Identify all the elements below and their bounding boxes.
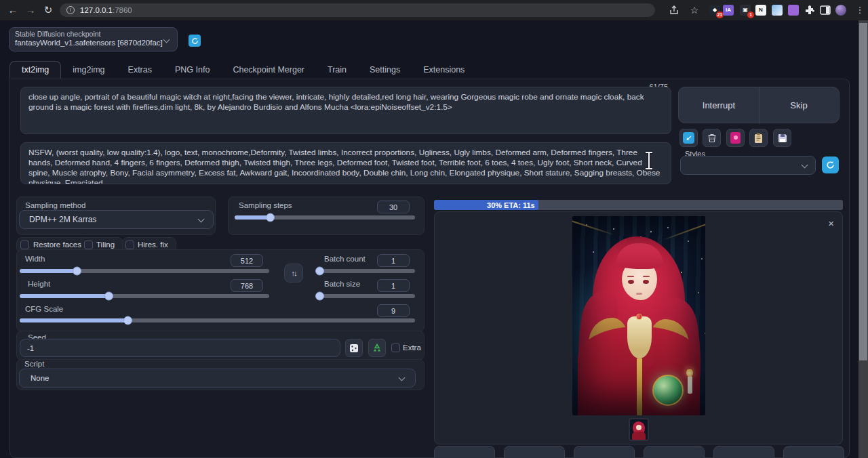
extra-networks-button[interactable] [726, 129, 745, 147]
swap-dimensions-button[interactable]: ↑↓ [284, 264, 303, 283]
refresh-icon [191, 37, 199, 45]
gallery-action-button[interactable] [504, 446, 565, 458]
sidebar-toggle-icon[interactable] [820, 5, 831, 16]
gallery-thumbnail[interactable] [629, 418, 649, 441]
slider-handle[interactable] [315, 292, 324, 301]
negative-prompt-textarea[interactable]: NSFW, (worst quality, low quality:1.4), … [20, 142, 671, 184]
apply-style-button[interactable] [749, 129, 768, 147]
batch-count-input[interactable] [377, 254, 410, 267]
close-preview-icon[interactable]: × [828, 219, 834, 228]
browser-address-bar[interactable]: i 127.0.0.1:7860 [60, 3, 655, 17]
batch-size-slider[interactable] [316, 294, 415, 298]
hires-fix-checkbox[interactable] [125, 241, 134, 249]
url-port: :7860 [113, 6, 132, 14]
gallery-action-button[interactable] [783, 446, 844, 458]
thumbnail-image [630, 419, 648, 440]
tab-train[interactable]: Train [316, 62, 358, 78]
slider-handle[interactable] [266, 213, 275, 222]
extension-purple-icon[interactable] [788, 5, 799, 16]
cfg-scale-slider[interactable] [20, 318, 415, 322]
share-icon[interactable] [669, 5, 679, 16]
restore-faces-label: Restore faces [33, 241, 81, 249]
checkpoint-refresh-button[interactable] [189, 35, 201, 47]
extension-mail-icon[interactable]: ▣1 [740, 5, 751, 16]
height-slider[interactable] [20, 294, 269, 298]
sampling-method-value: DPM++ 2M Karras [29, 215, 96, 224]
tab-png-info[interactable]: PNG Info [163, 62, 221, 78]
random-seed-button[interactable] [345, 339, 363, 357]
seed-input[interactable] [20, 339, 340, 357]
interrupt-skip-group: Interrupt Skip [678, 87, 840, 123]
script-dropdown[interactable]: None [19, 369, 416, 388]
bookmark-star-icon[interactable]: ☆ [687, 3, 702, 18]
tiling-checkbox[interactable] [84, 241, 93, 249]
batch-count-slider[interactable] [316, 269, 415, 273]
height-label: Height [28, 280, 50, 288]
generated-image[interactable] [572, 216, 705, 415]
height-input[interactable] [231, 279, 263, 292]
chevron-down-icon [399, 375, 406, 381]
gallery-action-button[interactable] [434, 446, 495, 458]
save-style-button[interactable] [773, 129, 791, 147]
extension-ia-icon[interactable]: IA [723, 5, 734, 16]
paste-arrow-icon: ↙ [683, 132, 694, 144]
reuse-seed-button[interactable] [368, 339, 386, 357]
gallery-actions-row [434, 446, 844, 458]
clear-prompt-button[interactable] [703, 129, 721, 147]
extension-badge: 1 [747, 12, 754, 18]
width-slider[interactable] [20, 269, 269, 273]
url-host: 127.0.0.1 [80, 6, 113, 14]
sampling-steps-slider[interactable] [235, 215, 415, 220]
gallery-action-button[interactable] [644, 446, 705, 458]
tab-extras[interactable]: Extras [117, 62, 163, 78]
browser-menu-icon[interactable]: ⋮ [852, 3, 867, 18]
slider-handle[interactable] [123, 316, 132, 325]
main-tabs: txt2img img2img Extras PNG Info Checkpoi… [9, 60, 476, 79]
swap-arrows-icon: ↑↓ [292, 269, 296, 277]
tab-extensions[interactable]: Extensions [412, 62, 476, 78]
extension-blue-icon[interactable] [772, 5, 783, 16]
gallery-action-button[interactable] [574, 446, 635, 458]
tab-checkpoint-merger[interactable]: Checkpoint Merger [221, 62, 316, 78]
skip-button[interactable]: Skip [759, 87, 839, 124]
browser-reload-button[interactable]: ↻ [41, 3, 56, 18]
sampling-method-label: Sampling method [25, 201, 86, 209]
hires-fix-label: Hires. fix [138, 241, 168, 249]
refresh-icon [826, 161, 835, 169]
extensions-puzzle-icon[interactable] [804, 5, 815, 16]
batch-size-input[interactable] [377, 279, 410, 292]
extension-counter-icon[interactable]: ◆21 [709, 5, 720, 16]
cfg-scale-label: CFG Scale [25, 305, 63, 313]
paste-params-button[interactable]: ↙ [679, 129, 698, 147]
prompt-textarea[interactable]: close up angle, portrait of a beautiful … [20, 87, 671, 134]
batch-count-label: Batch count [324, 255, 366, 263]
styles-refresh-button[interactable] [822, 157, 839, 173]
tab-settings[interactable]: Settings [358, 62, 412, 78]
extension-notion-icon[interactable]: N [755, 5, 766, 16]
slider-handle[interactable] [315, 267, 324, 276]
tab-txt2img[interactable]: txt2img [9, 61, 61, 79]
checkpoint-dropdown[interactable]: Stable Diffusion checkpoint fantasyWorld… [9, 27, 178, 51]
progress-label: 30% ETA: 11s [487, 201, 535, 209]
styles-dropdown[interactable] [680, 156, 816, 175]
browser-back-button[interactable]: ← [5, 3, 20, 18]
sampling-method-dropdown[interactable]: DPM++ 2M Karras [19, 210, 214, 229]
sampling-steps-input[interactable] [377, 201, 410, 213]
trash-icon [707, 133, 717, 143]
progress-fill: 30% ETA: 11s [434, 200, 538, 210]
tab-img2img[interactable]: img2img [61, 62, 116, 78]
profile-avatar[interactable] [835, 5, 846, 16]
slider-handle[interactable] [104, 292, 113, 301]
extra-seed-checkbox[interactable] [391, 344, 400, 352]
checkpoint-value: fantasyWorld_v1.safetensors [6870d20fac] [15, 39, 163, 47]
scrollbar-thumb[interactable] [859, 23, 867, 360]
gallery-action-button[interactable] [713, 446, 774, 458]
interrupt-button[interactable]: Interrupt [679, 87, 760, 124]
site-info-icon[interactable]: i [66, 6, 75, 14]
slider-handle[interactable] [73, 267, 81, 276]
browser-forward-button[interactable]: → [23, 3, 38, 18]
width-input[interactable] [231, 254, 263, 267]
restore-faces-checkbox[interactable] [20, 241, 29, 249]
generation-progress-bar: 30% ETA: 11s [434, 200, 843, 210]
cfg-scale-input[interactable] [377, 304, 410, 317]
